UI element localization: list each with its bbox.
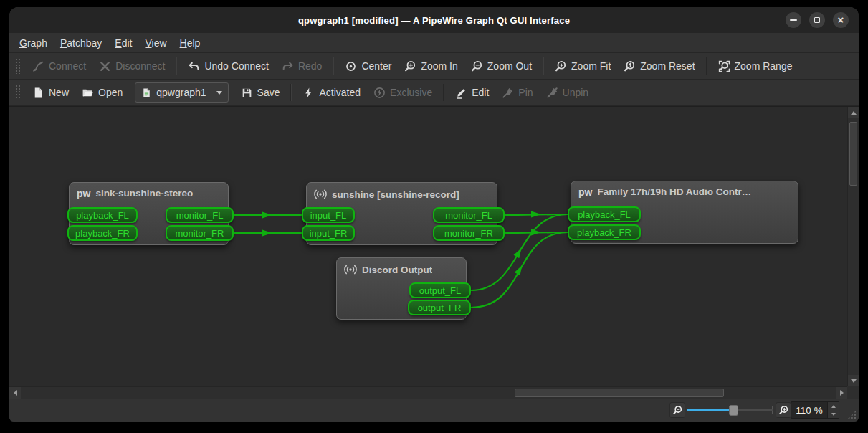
save-label: Save	[257, 87, 280, 98]
arrow-up-icon	[831, 405, 836, 408]
window-controls: ×	[786, 12, 849, 28]
menu-edit[interactable]: Edit	[108, 35, 138, 51]
port-input[interactable]: playback_FR	[67, 225, 138, 241]
titlebar[interactable]: qpwgraph1 [modified] — A PipeWire Graph …	[9, 7, 859, 33]
scroll-right-button[interactable]	[836, 387, 847, 399]
port-input[interactable]: playback_FL	[568, 206, 641, 222]
spin-down-button[interactable]	[828, 410, 839, 418]
toolbar-separator	[706, 57, 707, 75]
save-icon	[241, 87, 253, 99]
zoom-fit-button[interactable]: Zoom Fit	[548, 56, 617, 76]
menu-view[interactable]: View	[138, 35, 173, 51]
graph-canvas-area: pw sink-sunshine-stereo playback_FL play…	[9, 106, 859, 399]
pin-icon	[502, 87, 514, 99]
screen: qpwgraph1 [modified] — A PipeWire Graph …	[0, 0, 868, 433]
port-input[interactable]: playback_FR	[568, 224, 641, 240]
disconnect-icon	[99, 60, 111, 72]
connection-arrow	[531, 211, 541, 218]
horizontal-scrollbar-thumb[interactable]	[515, 389, 724, 397]
edit-button[interactable]: Edit	[449, 82, 495, 103]
center-label: Center	[361, 60, 391, 72]
zoom-slider[interactable]	[687, 399, 773, 422]
zoom-reset-icon	[624, 60, 636, 72]
zoom-out-label: Zoom Out	[487, 60, 532, 72]
vertical-scrollbar[interactable]	[847, 107, 859, 386]
menu-help[interactable]: Help	[173, 35, 207, 51]
port-input[interactable]: input_FR	[302, 225, 355, 241]
close-button[interactable]: ×	[833, 12, 849, 28]
edit-icon	[455, 87, 467, 99]
arrow-down-icon	[851, 379, 857, 383]
zoom-out-button[interactable]: Zoom Out	[464, 56, 538, 76]
connect-button[interactable]: Connect	[26, 56, 92, 76]
activated-button[interactable]: Activated	[296, 82, 367, 103]
horizontal-scrollbar[interactable]	[9, 386, 847, 399]
zoom-reset-button[interactable]: Zoom Reset	[617, 56, 701, 76]
toolbar-drag-handle[interactable]	[15, 58, 20, 74]
save-button[interactable]: Save	[234, 82, 287, 103]
undo-connect-button[interactable]: Undo Connect	[181, 56, 275, 76]
toolbar-drag-handle[interactable]	[15, 85, 20, 100]
pin-label: Pin	[518, 87, 533, 98]
open-button[interactable]: Open	[75, 82, 129, 103]
zoom-value[interactable]: 110 %	[791, 402, 827, 418]
scroll-left-button[interactable]	[9, 387, 21, 399]
vertical-scrollbar-thumb[interactable]	[849, 122, 857, 186]
port-input[interactable]: input_FL	[302, 207, 355, 223]
graph-canvas[interactable]: pw sink-sunshine-stereo playback_FL play…	[9, 107, 847, 386]
maximize-icon	[814, 17, 820, 23]
menu-graph[interactable]: Graph	[13, 35, 54, 51]
toolbar-separator	[443, 84, 444, 101]
spin-up-button[interactable]	[828, 402, 839, 410]
menu-patchbay[interactable]: Patchbay	[54, 35, 108, 51]
port-output[interactable]: monitor_FL	[433, 207, 505, 223]
redo-label: Redo	[298, 60, 322, 72]
port-input[interactable]: playback_FL	[67, 207, 138, 223]
zoom-out-icon	[672, 405, 683, 416]
zoom-fit-icon	[555, 60, 567, 72]
arrow-up-icon	[851, 111, 857, 115]
connection-arrow	[262, 212, 272, 219]
patchbay-select[interactable]: qpwgraph1	[135, 82, 228, 103]
disconnect-label: Disconnect	[115, 60, 165, 72]
spin-buttons	[827, 402, 839, 418]
center-button[interactable]: Center	[338, 56, 398, 76]
scroll-down-button[interactable]	[848, 375, 859, 386]
pin-button[interactable]: Pin	[495, 82, 539, 103]
zoom-range-button[interactable]: Zoom Range	[712, 56, 799, 76]
port-output[interactable]: monitor_FR	[433, 225, 505, 241]
new-button[interactable]: New	[26, 82, 75, 103]
slider-groove[interactable]	[734, 409, 773, 411]
port-output[interactable]: monitor_FL	[166, 207, 234, 223]
chevron-down-icon	[216, 91, 222, 95]
patchbay-select-value: qpwgraph1	[156, 87, 206, 98]
exclusive-label: Exclusive	[390, 87, 432, 98]
undo-icon	[188, 60, 200, 72]
port-output[interactable]: output_FR	[408, 300, 471, 315]
maximize-button[interactable]	[809, 12, 825, 28]
slider-groove-filled[interactable]	[687, 409, 734, 411]
zoom-slider-handle[interactable]	[729, 405, 738, 416]
zoom-in-button[interactable]	[776, 402, 791, 418]
exclusive-button[interactable]: Exclusive	[367, 82, 439, 103]
connect-label: Connect	[49, 60, 86, 72]
port-output[interactable]: monitor_FR	[166, 225, 234, 241]
unpin-button[interactable]: Unpin	[540, 82, 596, 103]
open-file-icon	[82, 87, 94, 99]
toolbar-separator	[333, 57, 334, 75]
zoom-in-button[interactable]: Zoom In	[398, 56, 464, 76]
connections-layer	[9, 107, 847, 386]
minimize-button[interactable]	[786, 12, 801, 28]
scroll-up-button[interactable]	[848, 107, 859, 118]
resize-grip[interactable]	[847, 410, 857, 419]
qpwgraph-window: qpwgraph1 [modified] — A PipeWire Graph …	[9, 7, 859, 422]
open-label: Open	[98, 87, 123, 98]
zoom-spinbox[interactable]: 110 %	[791, 401, 839, 419]
minimize-icon	[790, 19, 797, 21]
zoom-out-button[interactable]	[669, 402, 685, 418]
edit-label: Edit	[472, 87, 489, 98]
zoom-in-icon	[404, 60, 416, 72]
port-output[interactable]: output_FL	[409, 282, 471, 298]
redo-button[interactable]: Redo	[275, 56, 328, 76]
disconnect-button[interactable]: Disconnect	[92, 56, 171, 76]
